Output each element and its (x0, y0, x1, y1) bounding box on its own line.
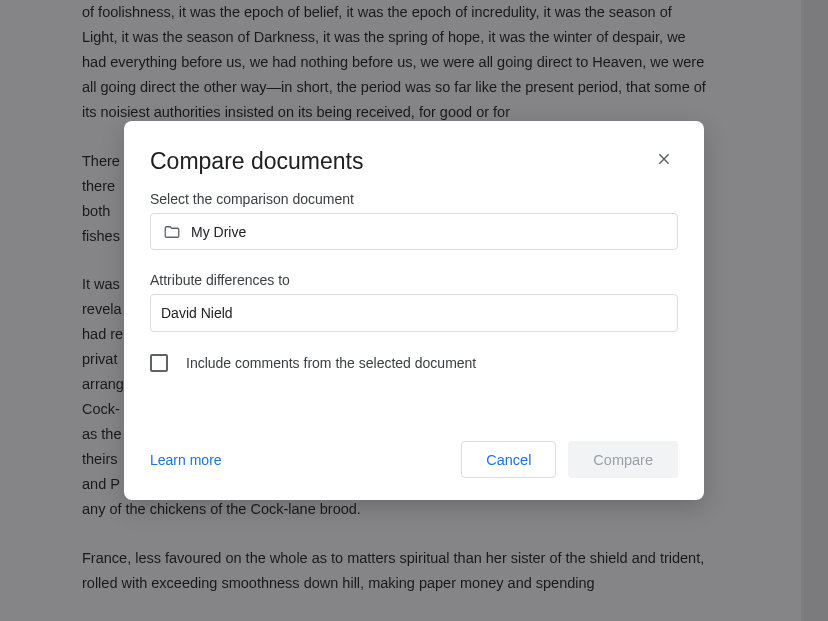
close-icon (656, 151, 672, 171)
cancel-button[interactable]: Cancel (461, 441, 556, 478)
drive-picker[interactable]: My Drive (150, 213, 678, 250)
include-comments-checkbox[interactable] (150, 354, 168, 372)
include-comments-label: Include comments from the selected docum… (186, 355, 476, 371)
learn-more-link[interactable]: Learn more (150, 452, 222, 468)
dialog-title: Compare documents (150, 148, 364, 175)
select-document-label: Select the comparison document (150, 191, 678, 207)
compare-documents-dialog: Compare documents Select the comparison … (124, 121, 704, 500)
close-button[interactable] (650, 147, 678, 175)
compare-button[interactable]: Compare (568, 441, 678, 478)
drive-picker-text: My Drive (191, 224, 246, 240)
attribute-input[interactable] (150, 294, 678, 332)
attribute-label: Attribute differences to (150, 272, 678, 288)
folder-icon (163, 223, 181, 241)
